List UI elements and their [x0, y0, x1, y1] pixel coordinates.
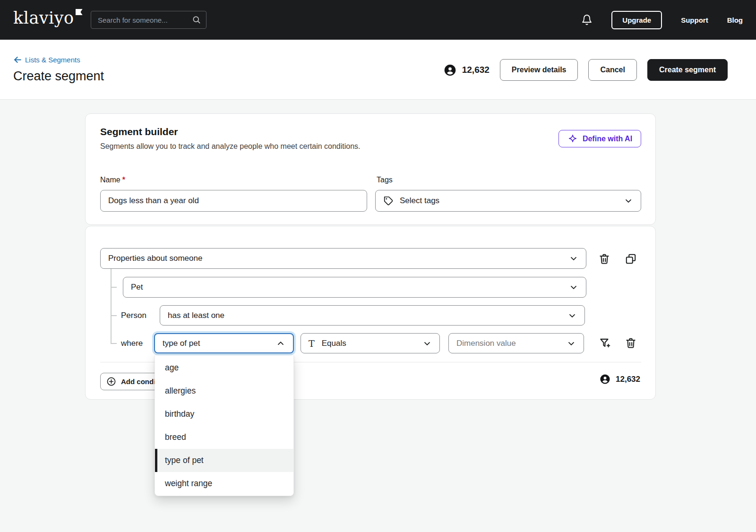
dimension-value-placeholder: Dimension value [456, 339, 516, 348]
segment-builder-subtitle: Segments allow you to track and analyze … [100, 142, 361, 151]
breadcrumb-label: Lists & Segments [25, 56, 80, 64]
support-link[interactable]: Support [681, 16, 708, 24]
tag-icon [383, 196, 394, 206]
page-title: Create segment [13, 69, 104, 84]
chevron-down-icon [569, 283, 578, 292]
back-arrow-icon [13, 55, 22, 64]
define-with-ai-button[interactable]: Define with AI [558, 130, 641, 147]
segment-name-input[interactable] [100, 190, 367, 212]
notifications-bell-icon[interactable] [581, 14, 593, 26]
condition-type-select[interactable]: Properties about someone [100, 248, 586, 269]
breadcrumb-lists-segments[interactable]: Lists & Segments [13, 55, 80, 64]
dropdown-item-birthday[interactable]: birthday [155, 403, 293, 426]
dropdown-item-breed[interactable]: breed [155, 426, 293, 449]
dimension-group-select[interactable]: Pet [123, 277, 586, 298]
comparison-value: Equals [322, 339, 346, 348]
dimension-group-value: Pet [131, 283, 143, 292]
klaviyo-logo[interactable]: klaviyo [13, 9, 74, 27]
global-search[interactable] [91, 11, 206, 29]
search-icon [192, 15, 201, 25]
dropdown-item-age[interactable]: age [155, 356, 293, 379]
tags-field-label: Tags [377, 176, 393, 184]
cancel-button[interactable]: Cancel [588, 59, 636, 81]
define-with-ai-label: Define with AI [583, 135, 632, 143]
name-field-label: Name* [100, 176, 125, 184]
dropdown-item-allergies[interactable]: allergies [155, 379, 293, 403]
tree-connector [111, 269, 112, 343]
dropdown-item-type-of-pet[interactable]: type of pet [155, 449, 293, 472]
blog-link[interactable]: Blog [727, 16, 743, 24]
person-label: Person [121, 311, 146, 320]
dropdown-item-weight-range[interactable]: weight range [155, 472, 293, 495]
chevron-down-icon [422, 339, 432, 348]
condition-count-value: 12,632 [616, 375, 640, 384]
field-select-open[interactable]: type of pet [154, 333, 294, 353]
field-select-value: type of pet [163, 339, 200, 348]
condition-profile-count: 12,632 [600, 374, 640, 385]
where-label: where [121, 339, 143, 348]
person-count-icon [600, 374, 610, 385]
plus-circle-icon [106, 377, 116, 386]
comparison-select[interactable]: T Equals [301, 333, 440, 353]
chevron-down-icon [567, 339, 576, 348]
chevron-down-icon [569, 254, 578, 263]
operator-value: has at least one [168, 311, 224, 320]
sparkle-icon [567, 134, 578, 144]
create-segment-button[interactable]: Create segment [647, 59, 728, 81]
condition-type-value: Properties about someone [108, 254, 202, 263]
person-count-icon [444, 64, 456, 77]
search-input[interactable] [98, 16, 192, 24]
klaviyo-flag-icon [76, 9, 83, 15]
preview-details-button[interactable]: Preview details [500, 59, 578, 81]
page-header: Lists & Segments Create segment 12,632 P… [0, 40, 756, 100]
operator-select[interactable]: has at least one [160, 305, 585, 326]
tags-select[interactable]: Select tags [375, 190, 641, 212]
klaviyo-wordmark: klaviyo [13, 9, 74, 27]
chevron-down-icon [567, 311, 577, 320]
duplicate-condition-icon[interactable] [625, 253, 637, 265]
delete-condition-icon[interactable] [598, 253, 610, 265]
tree-connector [111, 343, 117, 344]
add-filter-icon[interactable] [599, 337, 611, 349]
tags-select-value: Select tags [400, 196, 439, 206]
top-navigation: klaviyo Upgrade Support Blog [0, 0, 756, 40]
dimension-value-select[interactable]: Dimension value [448, 333, 584, 353]
field-options-dropdown: ageallergiesbirthdaybreedtype of petweig… [155, 355, 294, 496]
upgrade-button[interactable]: Upgrade [611, 11, 662, 29]
text-type-icon: T [309, 338, 315, 349]
tree-connector [111, 315, 117, 316]
delete-row-icon[interactable] [625, 337, 637, 349]
segment-builder-title: Segment builder [100, 126, 178, 137]
profile-count-value: 12,632 [462, 65, 490, 75]
chevron-up-icon [276, 339, 285, 348]
profile-count: 12,632 [444, 64, 490, 77]
tree-connector [111, 287, 117, 288]
segment-builder-card: Segment builder Segments allow you to tr… [85, 113, 656, 225]
chevron-down-icon [624, 196, 633, 206]
required-asterisk: * [122, 176, 125, 184]
